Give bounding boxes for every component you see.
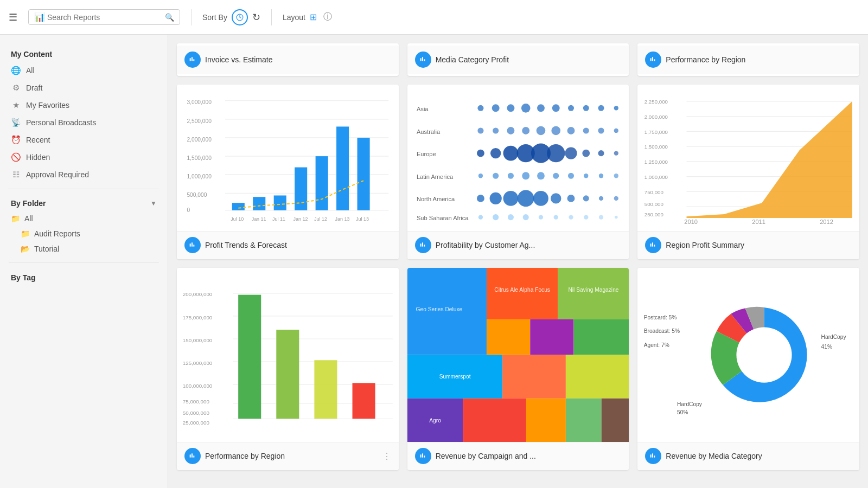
- eye-slash-icon: 🚫: [11, 152, 21, 162]
- svg-rect-150: [276, 330, 299, 419]
- profit-trends-title: Profit Trends & Forecast: [205, 241, 391, 249]
- svg-rect-169: [601, 399, 629, 442]
- sidebar-item-broadcasts[interactable]: 📡 Personal Broadcasts: [0, 114, 168, 131]
- svg-text:1,250,000: 1,250,000: [644, 159, 668, 165]
- svg-text:Latin America: Latin America: [417, 174, 454, 180]
- svg-rect-164: [566, 355, 629, 398]
- svg-text:2,250,000: 2,250,000: [644, 99, 668, 105]
- svg-rect-108: [422, 243, 423, 247]
- svg-point-80: [522, 172, 529, 179]
- layout-grid-icon[interactable]: ⊞: [310, 12, 317, 22]
- by-folder-label: By Folder: [11, 199, 46, 208]
- svg-point-52: [552, 104, 559, 112]
- svg-rect-157: [487, 268, 558, 319]
- revenue-campaign-footer: Revenue by Campaign and ...: [407, 442, 629, 470]
- svg-point-73: [565, 147, 577, 159]
- by-folder-header[interactable]: By Folder ▼: [0, 195, 168, 211]
- svg-point-58: [493, 127, 499, 133]
- svg-point-61: [536, 126, 545, 136]
- content-area: Invoice vs. Estimate Media Category Prof…: [168, 35, 868, 488]
- undo-button[interactable]: ↻: [252, 11, 260, 23]
- report-card-revenue-campaign[interactable]: Geo Series Deluxe Citrus Ale Alpha Focus…: [407, 268, 629, 470]
- svg-point-65: [598, 127, 604, 133]
- sidebar-item-recent[interactable]: ⏰ Recent: [0, 131, 168, 149]
- svg-text:25,000,000: 25,000,000: [183, 420, 210, 426]
- region-profit-icon: [645, 237, 661, 253]
- report-icon-media-profit: [415, 52, 431, 68]
- report-card-revenue-media[interactable]: Postcard: 5% Broadcast: 5% Agent: 7%: [637, 268, 859, 470]
- svg-text:150,000,000: 150,000,000: [183, 337, 213, 343]
- svg-point-47: [477, 105, 483, 111]
- svg-point-96: [614, 196, 618, 201]
- svg-rect-28: [316, 156, 328, 210]
- svg-point-93: [567, 195, 575, 202]
- svg-text:2010: 2010: [685, 219, 698, 225]
- svg-point-82: [553, 173, 559, 179]
- svg-point-102: [553, 215, 558, 219]
- report-card-perf-region-top[interactable]: Performance by Region: [637, 43, 859, 76]
- svg-rect-132: [652, 243, 653, 247]
- svg-point-48: [492, 104, 499, 112]
- folder-item-tutorial[interactable]: 📂 Tutorial: [0, 241, 168, 256]
- perf-region-title: Performance by Region: [205, 452, 378, 460]
- svg-point-81: [537, 172, 545, 179]
- folder-item-audit[interactable]: 📁 Audit Reports: [0, 226, 168, 241]
- svg-text:0: 0: [187, 206, 190, 213]
- sort-button[interactable]: [232, 9, 248, 25]
- svg-rect-149: [238, 295, 261, 419]
- svg-rect-160: [530, 319, 573, 355]
- svg-point-106: [615, 216, 618, 219]
- report-icon-perf-region-top: [645, 52, 661, 68]
- svg-rect-3: [193, 59, 194, 61]
- svg-text:Europe: Europe: [417, 151, 436, 157]
- svg-rect-9: [654, 59, 655, 61]
- svg-rect-39: [192, 243, 193, 247]
- folder-icon-all: 📁: [11, 214, 20, 223]
- report-card-invoice[interactable]: Invoice vs. Estimate: [177, 43, 399, 76]
- report-card-region-profit[interactable]: 2,250,000 2,000,000 1,750,000 1,500,000 …: [637, 85, 859, 259]
- chart-bar-icon: 📊: [34, 12, 45, 22]
- gear-icon: ⚙: [11, 83, 21, 93]
- info-button[interactable]: ⓘ: [323, 11, 332, 23]
- svg-text:Broadcast: 5%: Broadcast: 5%: [644, 328, 680, 334]
- svg-point-98: [493, 214, 499, 220]
- svg-point-75: [598, 150, 604, 156]
- card-menu-icon[interactable]: ⋮: [382, 451, 391, 461]
- report-card-profit-trends[interactable]: 3,000,000 2,500,000 2,000,000 1,500,000 …: [177, 85, 399, 259]
- sidebar-item-approval-label: Approval Required: [26, 170, 89, 179]
- svg-point-49: [507, 104, 514, 112]
- folder-item-all[interactable]: 📁 All: [0, 211, 168, 226]
- search-icon[interactable]: 🔍: [165, 13, 174, 22]
- profitability-footer: Profitability by Customer Ag...: [407, 231, 629, 259]
- region-profit-chart: 2,250,000 2,000,000 1,750,000 1,500,000 …: [637, 85, 859, 231]
- svg-point-64: [583, 127, 589, 133]
- folder-label-tutorial: Tutorial: [34, 245, 59, 253]
- svg-text:Citrus Ale Alpha Focus: Citrus Ale Alpha Focus: [494, 287, 550, 293]
- perf-region-icon: [184, 448, 201, 464]
- sidebar-item-draft[interactable]: ⚙ Draft: [0, 79, 168, 97]
- svg-point-97: [478, 215, 482, 219]
- sidebar-item-favorites[interactable]: ★ My Favorites: [0, 97, 168, 114]
- toolbar: ☰ 📊 🔍 Sort By ↻ Layout ⊞ ⓘ: [0, 0, 868, 35]
- svg-text:North America: North America: [417, 196, 455, 202]
- sidebar-divider-1: [9, 189, 159, 189]
- folder-label-all: All: [24, 214, 33, 223]
- svg-text:Geo Series Deluxe: Geo Series Deluxe: [416, 306, 462, 312]
- svg-rect-177: [424, 456, 425, 458]
- svg-rect-6: [424, 59, 425, 61]
- report-card-media-profit[interactable]: Media Category Profit: [407, 43, 629, 76]
- report-card-perf-region-bar[interactable]: 200,000,000 175,000,000 150,000,000 125,…: [177, 268, 399, 470]
- svg-point-88: [489, 192, 501, 204]
- svg-rect-188: [654, 456, 655, 458]
- report-icon-invoice: [184, 52, 201, 68]
- svg-rect-159: [487, 319, 530, 355]
- svg-text:125,000,000: 125,000,000: [183, 360, 213, 366]
- sidebar-item-approval[interactable]: ☷ Approval Required: [0, 166, 168, 183]
- sidebar-item-all[interactable]: 🌐 All: [0, 62, 168, 79]
- sidebar-item-hidden[interactable]: 🚫 Hidden: [0, 149, 168, 166]
- report-card-profitability[interactable]: Asia Australia Europe Latin America Nort…: [407, 85, 629, 259]
- profitability-icon: [415, 237, 431, 253]
- svg-rect-40: [193, 245, 194, 247]
- hamburger-icon[interactable]: ☰: [9, 11, 17, 23]
- search-input[interactable]: [47, 13, 162, 22]
